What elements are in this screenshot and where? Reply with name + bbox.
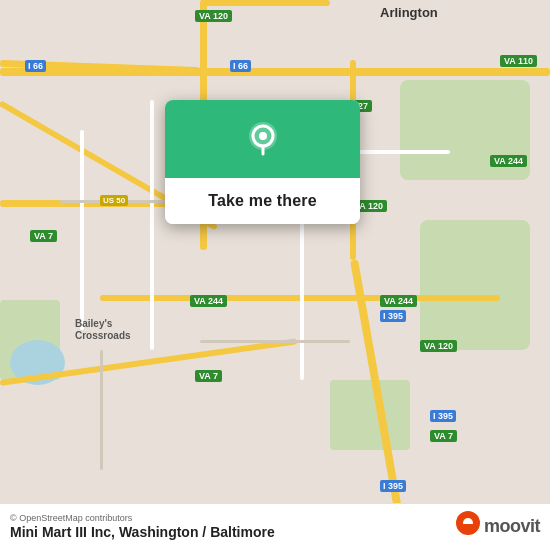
- road-minor-4: [300, 200, 304, 380]
- svg-point-2: [259, 132, 267, 140]
- bottom-left-info: © OpenStreetMap contributors Mini Mart I…: [10, 513, 275, 540]
- shield-va120-1: VA 120: [195, 10, 232, 22]
- location-name: Mini Mart III Inc, Washington / Baltimor…: [10, 524, 275, 540]
- shield-va120-3: VA 120: [420, 340, 457, 352]
- shield-us50: US 50: [100, 195, 128, 206]
- shield-va110: VA 110: [500, 55, 537, 67]
- road-minor-2: [150, 100, 154, 350]
- take-me-there-button[interactable]: Take me there: [165, 178, 360, 224]
- shield-va7-2: VA 7: [195, 370, 222, 382]
- popup-card: Take me there: [165, 100, 360, 224]
- shield-i395-1: I 395: [380, 310, 406, 322]
- shield-i395-3: I 395: [380, 480, 406, 492]
- road-gray-2: [200, 340, 350, 343]
- park-area-2: [420, 220, 530, 350]
- road-minor-1: [80, 130, 84, 330]
- location-pin-icon: [241, 118, 285, 162]
- bottom-bar: © OpenStreetMap contributors Mini Mart I…: [0, 503, 550, 550]
- shield-i66-2: I 66: [230, 60, 251, 72]
- shield-i66-1: I 66: [25, 60, 46, 72]
- map-container: I 66 I 66 VA 120 VA 120 VA 120 VA 27 VA …: [0, 0, 550, 550]
- moovit-text: moovit: [484, 516, 540, 537]
- moovit-logo: moovit: [455, 510, 540, 542]
- popup-header: [165, 100, 360, 178]
- moovit-pin-icon: [455, 510, 481, 542]
- road-va120-horiz-top: [200, 0, 330, 6]
- park-area-4: [330, 380, 410, 450]
- shield-va244-1: VA 244: [190, 295, 227, 307]
- shield-i395-2: I 395: [430, 410, 456, 422]
- shield-va244-label: VA 244: [490, 155, 527, 167]
- shield-va7-1: VA 7: [30, 230, 57, 242]
- shield-va7-3: VA 7: [430, 430, 457, 442]
- osm-attribution: © OpenStreetMap contributors: [10, 513, 275, 523]
- shield-va244-2: VA 244: [380, 295, 417, 307]
- road-gray-3: [100, 350, 103, 470]
